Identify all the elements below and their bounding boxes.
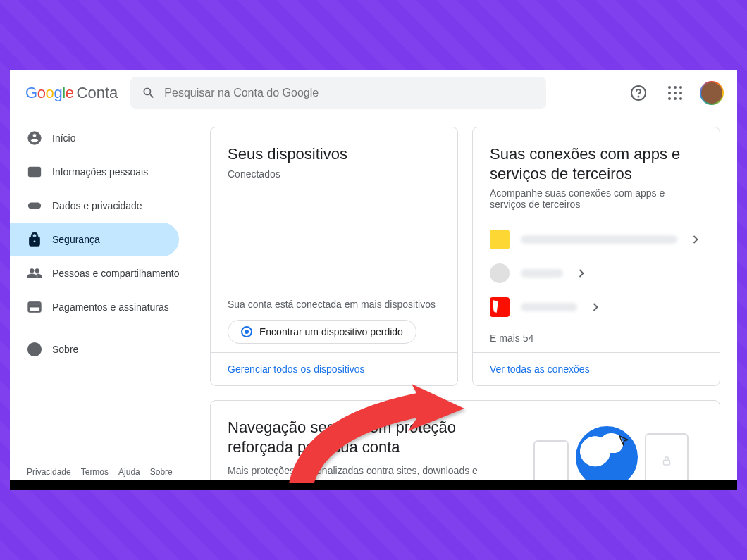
sidebar-item-personal-info[interactable]: Informações pessoais [10,155,179,189]
app-icon [490,297,510,317]
footer-terms[interactable]: Termos [81,467,109,477]
google-logo: Google [25,84,74,102]
account-avatar-button[interactable] [698,79,726,107]
see-all-connections-link[interactable]: Ver todas as conexões [490,363,590,375]
devices-connected-text: Sua conta está conectada em mais disposi… [228,299,440,310]
svg-point-1 [638,97,639,97]
page-body: Início Informações pessoais Dados e priv… [10,116,737,483]
chevron-right-icon [588,300,603,314]
chevron-right-icon [574,266,588,280]
devices-title: Seus dispositivos [228,144,440,164]
main-content: Seus dispositivos Conectados Sua conta e… [193,116,737,483]
sidebar-item-label: Início [52,132,75,144]
svg-point-7 [30,204,35,208]
apps-button[interactable] [661,79,689,107]
card-icon [27,299,42,315]
sidebar-item-label: Pagamentos e assinaturas [52,301,169,313]
sidebar: Início Informações pessoais Dados e priv… [10,116,193,483]
devices-card: Seus dispositivos Conectados Sua conta e… [210,127,458,386]
info-icon [27,342,42,357]
connections-list [490,223,703,324]
apps-grid-icon [668,86,682,100]
help-icon [630,85,647,101]
svg-rect-11 [664,460,670,465]
safe-browsing-card: Navegação segura com proteção reforçada … [210,400,720,483]
app-name-redacted [521,303,577,311]
lock-icon [27,232,42,247]
account-circle-icon [27,130,42,146]
sidebar-item-home[interactable]: Início [10,121,179,155]
id-card-icon [27,164,42,180]
app-name-redacted [521,269,563,278]
target-icon [241,326,252,337]
svg-point-10 [34,346,35,347]
sidebar-item-label: Pessoas e compartilhamento [52,268,180,279]
lock-small-icon [660,454,673,467]
footer-about[interactable]: Sobre [150,467,173,477]
devices-subtitle: Conectados [228,168,440,180]
app-icon [490,230,510,249]
safe-browsing-title: Navegação segura com proteção reforçada … [228,418,498,456]
logo[interactable]: Google Conta [21,84,122,102]
devices-card-footer: Gerenciar todos os dispositivos [211,352,457,385]
app-icon [490,263,510,283]
connection-item[interactable] [490,256,703,290]
sidebar-item-payments[interactable]: Pagamentos e assinaturas [10,290,179,324]
footer-help[interactable]: Ajuda [118,467,140,477]
cursor-icon [617,434,630,447]
sidebar-item-data-privacy[interactable]: Dados e privacidade [10,189,179,223]
search-bar[interactable] [130,77,546,109]
help-button[interactable] [624,79,653,107]
sidebar-item-about[interactable]: Sobre [10,332,179,366]
header: Google Conta [10,70,737,116]
connections-title: Suas conexões com apps e serviços de ter… [490,144,703,183]
manage-devices-link[interactable]: Gerenciar todos os dispositivos [228,363,365,375]
avatar-ring [700,81,724,105]
tablet-icon [645,433,689,483]
app-window: Google Conta Início Informações pessoais [10,70,737,483]
footer-privacy[interactable]: Privacidade [27,467,71,477]
people-icon [27,266,42,281]
connections-subtitle: Acompanhe suas conexões com apps e servi… [490,187,703,210]
bottom-black-bar [10,480,737,490]
connection-item[interactable] [490,223,703,256]
sidebar-item-label: Segurança [52,234,100,245]
connections-card-footer: Ver todas as conexões [473,352,720,385]
avatar-image [701,82,722,104]
sidebar-item-security[interactable]: Segurança [10,223,179,256]
safe-browsing-illustration [519,418,703,483]
search-input[interactable] [164,87,535,99]
chevron-right-icon [689,232,703,247]
connections-card: Suas conexões com apps e serviços de ter… [472,127,720,386]
connection-item[interactable] [490,290,703,324]
find-device-label: Encontrar um dispositivo perdido [259,326,403,337]
sidebar-item-people-sharing[interactable]: Pessoas e compartilhamento [10,256,179,290]
sidebar-item-label: Informações pessoais [52,166,148,178]
phone-icon [533,440,569,483]
toggle-icon [27,198,42,213]
app-name-redacted [521,235,677,244]
connections-more: E mais 54 [490,332,703,344]
find-device-button[interactable]: Encontrar um dispositivo perdido [228,320,416,344]
sidebar-item-label: Sobre [52,344,78,355]
search-icon [142,86,156,100]
sidebar-item-label: Dados e privacidade [52,200,142,211]
logo-account-text: Conta [77,84,118,102]
svg-rect-3 [31,170,34,173]
globe-icon [576,426,638,483]
